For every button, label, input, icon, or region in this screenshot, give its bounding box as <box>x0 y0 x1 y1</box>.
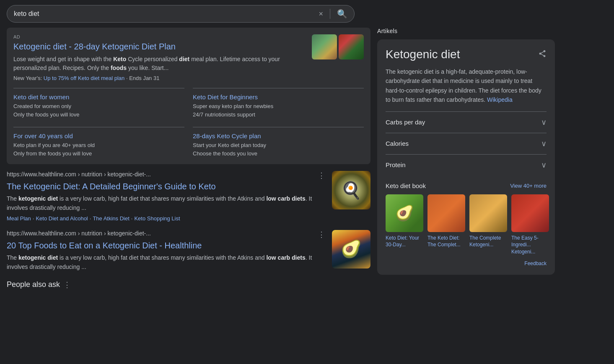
result-url-0: https://www.healthline.com › nutrition ›… <box>7 171 151 178</box>
search-bar: × 🔍 <box>7 5 355 23</box>
ad-sublink-title-2[interactable]: For over 40 years old <box>13 132 184 139</box>
result-thumb-img-1: 🥑 <box>332 230 370 268</box>
kp-accordion-protein[interactable]: Protein ∨ <box>386 154 547 176</box>
ad-sublink-1: Keto Diet for Beginners Super easy keto … <box>193 88 364 119</box>
kp-title: Ketogenic diet <box>386 48 460 61</box>
result-text-1: https://www.healthline.com › nutrition ›… <box>7 230 325 272</box>
result-link-sep-2: · <box>131 215 133 222</box>
ad-sublink-desc2-3: Choose the foods you love <box>193 150 364 158</box>
ad-desc-bold3: foods <box>111 65 127 71</box>
search-icon[interactable]: 🔍 <box>337 9 347 19</box>
paa-menu-icon[interactable]: ⋮ <box>63 280 71 289</box>
ad-sublinks: Keto diet for women Created for women on… <box>13 88 364 157</box>
artikel-label: Artikels <box>377 28 555 34</box>
kp-book-cover-img-2 <box>469 194 507 232</box>
ad-sublink-desc1-1: Super easy keto plan for newbies <box>193 102 364 111</box>
kp-chevron-calories: ∨ <box>541 139 547 148</box>
result-item-0: https://www.healthline.com › nutrition ›… <box>7 171 370 222</box>
result-link-meal-plan[interactable]: Meal Plan <box>7 215 31 222</box>
book1-avocado-icon: 🥑 <box>395 204 414 222</box>
right-panel: Artikels Ketogenic diet The ketogenic di… <box>377 28 562 296</box>
result-snippet-1: The ketogenic diet is a very low carb, h… <box>7 253 325 272</box>
result-thumbnail-0: 🍳 <box>332 171 370 209</box>
ad-sublink-0: Keto diet for women Created for women on… <box>13 88 184 119</box>
search-divider <box>330 9 330 19</box>
ad-sublink-desc2-1: 24/7 nutriotionists support <box>193 111 364 119</box>
ad-sublink-title-0[interactable]: Keto diet for women <box>13 93 184 101</box>
kp-wiki-link[interactable]: Wikipedia <box>487 96 513 103</box>
ad-sublink-2: For over 40 years old Keto plan if you a… <box>13 127 184 157</box>
ad-sublink-title-1[interactable]: Keto Diet for Beginners <box>193 93 364 101</box>
kp-book-cover-1 <box>427 194 465 232</box>
search-input[interactable] <box>14 10 315 18</box>
search-bar-area: × 🔍 <box>0 0 614 28</box>
result-link-atkins[interactable]: The Atkins Diet <box>93 215 129 222</box>
ad-desc-text2: Cycle personalized <box>126 56 179 62</box>
ad-images <box>312 34 364 59</box>
ad-sublink-3: 28-days Keto Cycle plan Start your Keto … <box>193 127 364 157</box>
kp-book-item-1[interactable]: The Keto Diet: The Complet... <box>427 194 465 256</box>
result-title-1[interactable]: 20 Top Foods to Eat on a Ketogenic Diet … <box>7 241 325 250</box>
knowledge-panel: Ketogenic diet The ketogenic diet is a h… <box>377 39 555 275</box>
kp-accordion-label-carbs: Carbs per day <box>386 119 425 126</box>
kp-chevron-carbs: ∨ <box>541 118 547 127</box>
main-layout: Ad Ketogenic diet - 28-day Ketogenic Die… <box>0 28 614 296</box>
kp-header: Ketogenic diet <box>386 48 547 61</box>
clear-icon[interactable]: × <box>319 10 323 18</box>
kp-share-icon[interactable] <box>538 49 547 60</box>
ad-ny-link[interactable]: Up to 75% off Keto diet meal plan <box>44 75 124 81</box>
kp-book-cover-0: 🥑 <box>386 194 423 232</box>
kp-desc-text: The ketogenic diet is a high-fat, adequa… <box>386 68 541 103</box>
kp-feedback[interactable]: Feedback <box>386 261 547 266</box>
result-link-shopping[interactable]: Keto Shopping List <box>134 215 180 222</box>
ad-sublink-desc2-2: Only from the foods you will love <box>13 150 184 158</box>
kp-book-cover-img-0: 🥑 <box>386 194 423 232</box>
ad-header: Ad Ketogenic diet - 28-day Ketogenic Die… <box>13 34 364 81</box>
ad-sublink-desc2-0: Only the foods you will love <box>13 111 184 119</box>
paa-title: People also ask <box>7 280 60 289</box>
ad-desc-text4: you like. Start... <box>127 65 168 71</box>
result-with-image-0: https://www.healthline.com › nutrition ›… <box>7 171 370 222</box>
result-item-1: https://www.healthline.com › nutrition ›… <box>7 230 370 272</box>
kp-description: The ketogenic diet is a high-fat, adequa… <box>386 67 547 105</box>
kp-book-item-3[interactable]: The Easy 5-Ingredi... Ketogeni... <box>511 194 549 256</box>
ad-image-2 <box>339 34 364 59</box>
ad-sublink-desc1-2: Keto plan if you are 40+ years old <box>13 141 184 150</box>
kp-accordion-calories[interactable]: Calories ∨ <box>386 133 547 154</box>
kp-book-name-3: The Easy 5-Ingredi... Ketogeni... <box>511 235 549 256</box>
kp-book-cover-3 <box>511 194 549 232</box>
ad-title[interactable]: Ketogenic diet - 28-day Ketogenic Diet P… <box>13 42 312 52</box>
ad-sublink-title-3[interactable]: 28-days Keto Cycle plan <box>193 132 364 139</box>
kp-books-section: Keto diet book View 40+ more 🥑 Keto Diet… <box>386 182 547 256</box>
ad-image-1 <box>312 34 337 59</box>
result-with-image-1: https://www.healthline.com › nutrition ›… <box>7 230 370 272</box>
ad-new-years: New Year's: Up to 75% off Keto diet meal… <box>13 75 312 81</box>
kp-book-item-2[interactable]: The Complete Ketogeni... <box>469 194 507 256</box>
kp-books-view-more[interactable]: View 40+ more <box>510 183 547 189</box>
ad-desc-bold2: diet <box>179 56 189 62</box>
ad-block: Ad Ketogenic diet - 28-day Ketogenic Die… <box>7 28 370 164</box>
result-text-0: https://www.healthline.com › nutrition ›… <box>7 171 325 222</box>
ad-desc-text1: Lose weight and get in shape with the <box>13 56 113 62</box>
kp-book-item-0[interactable]: 🥑 Keto Diet: Your 30-Day... <box>386 194 423 256</box>
ad-label: Ad <box>13 34 312 39</box>
result-title-0[interactable]: The Ketogenic Diet: A Detailed Beginner'… <box>7 182 325 191</box>
kp-book-name-0: Keto Diet: Your 30-Day... <box>386 235 423 249</box>
result-menu-icon-1[interactable]: ⋮ <box>318 230 325 239</box>
result-thumb-img-0: 🍳 <box>332 171 370 209</box>
ad-description: Lose weight and get in shape with the Ke… <box>13 55 312 72</box>
result-link-alcohol[interactable]: Keto Diet and Alcohol <box>36 215 88 222</box>
kp-accordion-label-calories: Calories <box>386 140 409 147</box>
kp-accordion-carbs[interactable]: Carbs per day ∨ <box>386 111 547 133</box>
result-snippet-0: The ketogenic diet is a very low carb, h… <box>7 194 325 213</box>
result-header-0: https://www.healthline.com › nutrition ›… <box>7 171 325 180</box>
kp-accordion-label-protein: Protein <box>386 161 406 168</box>
kp-books-grid: 🥑 Keto Diet: Your 30-Day... The Keto Die… <box>386 194 547 256</box>
kp-book-cover-2 <box>469 194 507 232</box>
result-menu-icon-0[interactable]: ⋮ <box>318 171 325 180</box>
result-link-sep-0: · <box>33 215 34 222</box>
ad-ny-label: New Year's: <box>13 75 44 81</box>
result-link-sep-1: · <box>90 215 91 222</box>
result-thumbnail-1: 🥑 <box>332 230 370 268</box>
result-header-1: https://www.healthline.com › nutrition ›… <box>7 230 325 239</box>
